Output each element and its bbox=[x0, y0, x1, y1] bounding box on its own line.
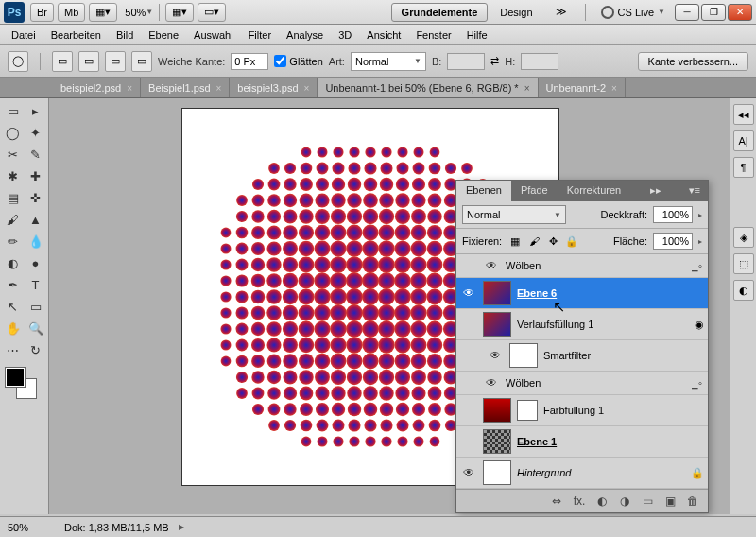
layers-dock-icon[interactable]: ◈ bbox=[733, 227, 754, 248]
filter-woelben-entry[interactable]: 👁 Wölben ⎯◦ bbox=[456, 372, 708, 395]
visibility-eye-icon[interactable]: 👁 bbox=[483, 257, 500, 274]
layer-thumbnail[interactable] bbox=[483, 281, 511, 305]
status-zoom[interactable]: 50% bbox=[8, 522, 55, 533]
tool-burn[interactable]: ● bbox=[25, 252, 46, 273]
status-doc-size[interactable]: Dok: 1,83 MB/11,5 MB bbox=[64, 522, 169, 533]
color-swatches[interactable] bbox=[2, 366, 46, 398]
menu-datei[interactable]: Datei bbox=[4, 26, 43, 43]
visibility-eye-icon[interactable]: 👁 bbox=[483, 374, 500, 391]
menu-3d[interactable]: 3D bbox=[331, 26, 359, 43]
layer-thumbnail[interactable] bbox=[483, 398, 511, 423]
tab-close-icon[interactable]: × bbox=[127, 83, 132, 94]
visibility-eye-icon[interactable] bbox=[460, 316, 477, 333]
lock-position-icon[interactable]: ✥ bbox=[545, 234, 560, 249]
menu-bild[interactable]: Bild bbox=[109, 26, 141, 43]
panel-chevrons-icon[interactable]: ▸▸ bbox=[643, 181, 669, 201]
visibility-eye-icon[interactable]: 👁 bbox=[460, 285, 477, 302]
tool-move[interactable]: ▸ bbox=[25, 100, 46, 121]
tool-zoom[interactable]: 🔍 bbox=[25, 318, 46, 338]
tab-close-icon[interactable]: × bbox=[524, 83, 530, 94]
tab-close-icon[interactable]: × bbox=[216, 83, 222, 94]
tool-healing[interactable]: ✱ bbox=[2, 165, 24, 186]
inner-minimize-button[interactable]: ─ bbox=[675, 4, 699, 21]
tab-layers[interactable]: Ebenen bbox=[456, 181, 511, 201]
arrange-docs-button[interactable]: ▦▾ bbox=[165, 3, 194, 22]
tab-close-icon[interactable]: × bbox=[611, 83, 617, 94]
add-selection-icon[interactable]: ▭ bbox=[78, 51, 99, 72]
tool-more[interactable]: ⋯ bbox=[2, 339, 24, 360]
link-layers-icon[interactable]: ⇔ bbox=[549, 494, 564, 509]
workspace-more[interactable]: ≫ bbox=[545, 2, 577, 22]
smart-filter-header[interactable]: 👁 Wölben ⎯◦ bbox=[456, 254, 708, 278]
menu-ebene[interactable]: Ebene bbox=[141, 26, 186, 43]
layer-ebene-1[interactable]: Ebene 1 bbox=[456, 426, 708, 458]
tool-clone[interactable]: ✜ bbox=[25, 187, 46, 208]
tool-crop[interactable]: ✂ bbox=[2, 144, 24, 165]
menu-fenster[interactable]: Fenster bbox=[408, 26, 458, 43]
subtract-selection-icon[interactable]: ▭ bbox=[105, 51, 126, 72]
status-menu-icon[interactable]: ▶ bbox=[179, 523, 184, 531]
doc-tab[interactable]: beispiel2.psd× bbox=[53, 78, 141, 97]
layer-fx-icon[interactable]: fx. bbox=[572, 494, 587, 509]
swap-dims-icon[interactable]: ⇄ bbox=[490, 55, 499, 67]
menu-auswahl[interactable]: Auswahl bbox=[186, 26, 241, 43]
tool-history-brush[interactable]: 🖌 bbox=[2, 209, 24, 230]
cs-live-button[interactable]: CS Live▼ bbox=[601, 6, 665, 19]
layer-ebene-6[interactable]: 👁 Ebene 6 bbox=[456, 278, 708, 309]
new-layer-icon[interactable]: ▣ bbox=[662, 494, 678, 509]
expand-dock-icon[interactable]: ◂◂ bbox=[733, 104, 754, 125]
tool-gradient[interactable]: ✏ bbox=[2, 231, 24, 251]
antialias-checkbox[interactable]: Glätten bbox=[274, 55, 322, 67]
minibridge-button[interactable]: Mb bbox=[58, 3, 85, 22]
bridge-button[interactable]: Br bbox=[30, 3, 54, 22]
tool-spot[interactable]: ✚ bbox=[25, 165, 46, 186]
lock-all-icon[interactable]: 🔒 bbox=[564, 234, 579, 249]
tool-magic-wand[interactable]: ✦ bbox=[25, 122, 46, 143]
tab-paths[interactable]: Pfade bbox=[511, 181, 558, 201]
dock-icon-2[interactable]: ⬚ bbox=[733, 253, 754, 274]
tool-eraser[interactable]: ▲ bbox=[25, 209, 46, 230]
tool-type[interactable]: T bbox=[25, 274, 46, 295]
tool-shape[interactable]: ▭ bbox=[25, 296, 46, 317]
paragraph-panel-icon[interactable]: ¶ bbox=[733, 157, 754, 178]
adjustment-layer-icon[interactable]: ◑ bbox=[617, 494, 632, 509]
menu-ansicht[interactable]: Ansicht bbox=[359, 26, 408, 43]
lock-pixels-icon[interactable]: 🖌 bbox=[526, 234, 541, 249]
tool-dodge[interactable]: ◐ bbox=[2, 252, 24, 273]
layer-group-icon[interactable]: ▭ bbox=[640, 494, 655, 509]
tool-blur[interactable]: 💧 bbox=[25, 231, 46, 251]
workspace-grundelemente[interactable]: Grundelemente bbox=[391, 3, 489, 22]
tab-close-icon[interactable]: × bbox=[304, 83, 310, 94]
inner-restore-button[interactable]: ❐ bbox=[701, 4, 726, 21]
visibility-eye-icon[interactable]: 👁 bbox=[460, 464, 477, 481]
foreground-color-swatch[interactable] bbox=[6, 368, 25, 387]
panel-menu-icon[interactable]: ▾≡ bbox=[681, 181, 708, 201]
tool-hand[interactable]: ✋ bbox=[2, 318, 24, 338]
current-tool-icon[interactable]: ◯ bbox=[8, 51, 28, 72]
feather-input[interactable] bbox=[231, 53, 268, 70]
zoom-level-select[interactable]: 50% ▼ bbox=[125, 7, 153, 18]
screen-mode-button[interactable]: ▭▾ bbox=[198, 3, 226, 22]
view-extras-button[interactable]: ▦▾ bbox=[89, 3, 117, 22]
visibility-eye-icon[interactable] bbox=[460, 402, 477, 419]
doc-tab[interactable]: Beispiel1.psd× bbox=[141, 78, 230, 97]
layer-hintergrund[interactable]: 👁 Hintergrund 🔒 bbox=[456, 458, 708, 489]
filter-edit-icon[interactable]: ⎯◦ bbox=[692, 377, 702, 389]
workspace-design[interactable]: Design bbox=[490, 3, 542, 22]
doc-tab[interactable]: Unbenannt-2× bbox=[539, 78, 626, 97]
doc-tab[interactable]: beispiel3.psd× bbox=[230, 78, 318, 97]
tool-lasso[interactable]: ◯ bbox=[2, 122, 24, 143]
tool-pen[interactable]: ✒ bbox=[2, 274, 24, 295]
new-selection-icon[interactable]: ▭ bbox=[52, 51, 73, 72]
layer-smartfilter[interactable]: 👁 Smartfilter bbox=[456, 340, 708, 372]
blend-mode-select[interactable]: Normal▼ bbox=[462, 205, 566, 224]
character-panel-icon[interactable]: A| bbox=[733, 130, 754, 151]
filter-edit-icon[interactable]: ⎯◦ bbox=[692, 260, 702, 271]
layer-thumbnail[interactable] bbox=[483, 460, 511, 485]
menu-analyse[interactable]: Analyse bbox=[279, 26, 331, 43]
inner-close-button[interactable]: ✕ bbox=[728, 4, 752, 21]
dock-icon-3[interactable]: ◐ bbox=[733, 280, 754, 301]
tool-path-select[interactable]: ↖ bbox=[2, 296, 24, 317]
visibility-eye-icon[interactable]: 👁 bbox=[487, 347, 504, 364]
filter-mask-thumbnail[interactable] bbox=[509, 343, 538, 368]
